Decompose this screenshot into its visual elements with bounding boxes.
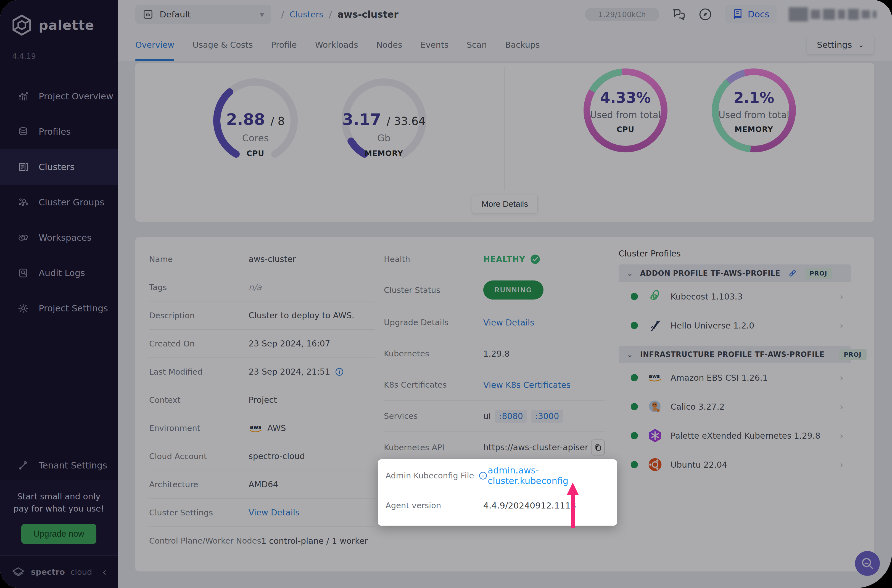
admin-kubeconfig-download-link[interactable]: admin.aws-cluster.kubeconfig [488,465,609,486]
info-icon[interactable] [478,471,488,480]
agent-version-value: 4.4.9/20240912.1118 [483,501,576,510]
agent-version-label: Agent version [386,501,483,510]
pointer-arrow [563,483,583,529]
app-window: palette 4.4.19 Project Overview Profiles… [0,0,892,588]
kubeconfig-label: Admin Kubeconfig File [386,471,474,480]
